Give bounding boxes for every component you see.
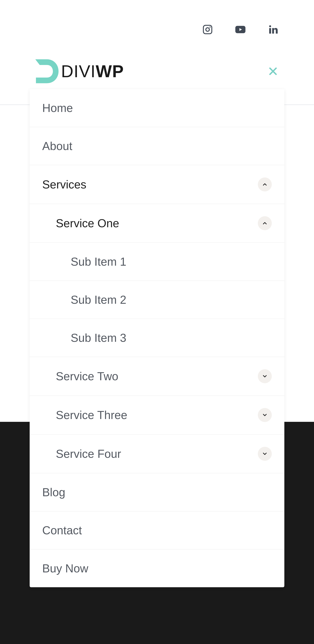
brand-name: DIVIWP: [61, 62, 124, 81]
nav-item-label: Sub Item 2: [71, 293, 126, 306]
instagram-icon[interactable]: [202, 24, 213, 34]
chevron-up-icon[interactable]: [258, 216, 272, 230]
social-links: [30, 24, 284, 34]
nav-item-label: Service Two: [56, 370, 118, 383]
nav-item-about[interactable]: About: [30, 127, 284, 165]
nav-item-label: Sub Item 1: [71, 255, 126, 268]
svg-point-5: [269, 25, 271, 27]
svg-rect-0: [203, 25, 212, 34]
chevron-down-icon[interactable]: [258, 408, 272, 422]
nav-item-label: Sub Item 3: [71, 331, 126, 344]
chevron-up-icon[interactable]: [258, 178, 272, 192]
nav-item-label: About: [42, 140, 72, 153]
close-icon[interactable]: [268, 66, 278, 76]
nav-item-label: Services: [42, 178, 86, 191]
svg-rect-6: [269, 28, 271, 34]
mobile-nav-menu: Home About Services Service One Sub Item…: [30, 89, 284, 587]
nav-item-label: Blog: [42, 486, 65, 499]
chevron-down-icon[interactable]: [258, 369, 272, 383]
nav-item-sub-item-3[interactable]: Sub Item 3: [30, 318, 284, 357]
nav-item-sub-item-1[interactable]: Sub Item 1: [30, 242, 284, 280]
nav-item-label: Service Four: [56, 447, 121, 460]
nav-item-label: Service One: [56, 216, 119, 230]
nav-item-home[interactable]: Home: [30, 89, 284, 127]
nav-item-label: Home: [42, 101, 73, 114]
svg-point-1: [206, 28, 209, 31]
brand-name-part1: DIVI: [61, 62, 96, 81]
nav-item-service-one[interactable]: Service One: [30, 204, 284, 242]
nav-item-services[interactable]: Services: [30, 165, 284, 204]
youtube-icon[interactable]: [235, 24, 245, 34]
nav-item-label: Contact: [42, 524, 82, 537]
nav-item-label: Service Three: [56, 408, 127, 422]
nav-item-service-four[interactable]: Service Four: [30, 434, 284, 473]
nav-item-blog[interactable]: Blog: [30, 473, 284, 511]
nav-item-service-three[interactable]: Service Three: [30, 396, 284, 434]
linkedin-icon[interactable]: [268, 24, 278, 34]
nav-item-buy-now[interactable]: Buy Now: [30, 549, 284, 587]
nav-item-contact[interactable]: Contact: [30, 511, 284, 549]
chevron-down-icon[interactable]: [258, 447, 272, 461]
nav-item-label: Buy Now: [42, 562, 88, 575]
brand-name-part2: WP: [96, 62, 124, 81]
nav-item-sub-item-2[interactable]: Sub Item 2: [30, 280, 284, 318]
nav-item-service-two[interactable]: Service Two: [30, 357, 284, 396]
svg-point-2: [209, 26, 211, 28]
brand-logo[interactable]: DIVIWP: [30, 56, 124, 87]
